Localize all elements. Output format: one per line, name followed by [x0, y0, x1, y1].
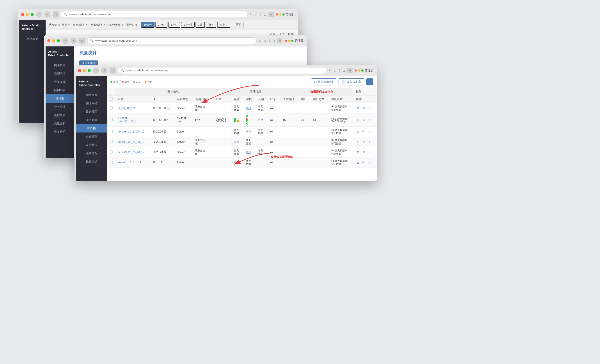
th-type[interactable]: 设备类型 [174, 95, 193, 103]
star-btn-1[interactable]: ☆ [255, 13, 258, 16]
sidebar-item-overview-1[interactable]: 网络概览 [19, 35, 46, 43]
copy-icon-r2[interactable]: ⊡ [356, 118, 361, 122]
sidebar-item-discovery-3[interactable]: 设备发现 [76, 108, 107, 116]
share-btn-2[interactable]: ⤴ [269, 39, 270, 43]
sidebar-item-business-3[interactable]: 业务管理 [76, 133, 107, 141]
copy-icon-r4[interactable]: ⊡ [356, 139, 361, 144]
sidebar-item-overview-2[interactable]: 网络概览 [46, 61, 74, 69]
address-bar-2[interactable]: 🔍 www.asteria fabric controller.com [87, 37, 257, 44]
maximize-btn-1[interactable] [31, 13, 34, 16]
th-status[interactable]: 状态 [268, 95, 280, 103]
row-checkbox-4[interactable] [110, 140, 113, 143]
firmware-btn[interactable]: 📄 设备版本库 [338, 78, 364, 85]
td-cb-1[interactable] [107, 103, 115, 113]
sidebar-item-monitor-2[interactable]: 监控警告 [46, 111, 74, 119]
td-cb-4[interactable] [107, 137, 115, 147]
row-checkbox-2[interactable] [110, 118, 113, 121]
sidebar-item-physical-3[interactable]: 物理网络 [76, 99, 107, 108]
close-btn-2[interactable] [47, 39, 50, 42]
time-3d[interactable]: 3天 [196, 22, 205, 28]
copy-icon-r1[interactable]: ⊡ [356, 106, 361, 111]
download-btn[interactable]: ↓ [366, 78, 374, 85]
sidebar-item-instances-3[interactable]: 实例列表 [76, 116, 107, 124]
new-tab-btn-2[interactable]: + [277, 38, 282, 43]
header-checkbox[interactable] [110, 98, 113, 100]
td-cb-3[interactable] [107, 127, 115, 137]
row-checkbox-3[interactable] [110, 130, 113, 133]
th-fan[interactable]: 风扇 [255, 95, 268, 103]
reload-btn-3[interactable]: ↻ [329, 69, 332, 72]
th-version[interactable]: 版本 [213, 95, 231, 103]
npb-tab[interactable]: NPB Fabric [79, 60, 98, 65]
time-all[interactable]: 所有 [206, 22, 216, 28]
address-bar-3[interactable]: 🔍 www.asteria fabric controller.com [118, 67, 327, 74]
maximize-btn-3[interactable] [88, 69, 91, 72]
reload-btn-1[interactable]: ↻ [250, 13, 253, 16]
copy-icon-r5[interactable]: ⊡ [356, 150, 361, 155]
share-btn-1[interactable]: ⤴ [260, 13, 262, 16]
sidebar-item-physical-2[interactable]: 物理网络 [46, 69, 74, 78]
show-columns-btn[interactable]: ⊡ 显示/隐藏列 [311, 78, 336, 85]
maximize-btn-2[interactable] [57, 39, 60, 42]
reset-btn[interactable]: 重置 [233, 22, 244, 28]
sidebar-item-topology-3[interactable]: 拓扑图 [76, 124, 107, 133]
upload-icon-r1[interactable]: ↑ [367, 106, 372, 111]
sidebar-item-topology-2[interactable]: 拓扑图 [46, 94, 74, 103]
td-cb-5[interactable] [107, 147, 115, 157]
sidebar-item-overview-3[interactable]: 网络概览 [76, 91, 107, 99]
sidebar-item-monitor-3[interactable]: 监控警告 [76, 141, 107, 149]
forward-btn-2[interactable]: › [71, 38, 77, 44]
minwin-btn-3[interactable]: ⊡ [343, 69, 345, 72]
th-temp[interactable]: 温度 [244, 95, 255, 103]
row-checkbox-1[interactable] [110, 106, 113, 109]
reload-btn-2[interactable]: ↻ [259, 39, 262, 43]
back-btn-1[interactable]: ‹ [36, 11, 42, 18]
upload-icon-r6[interactable]: ↑ [367, 160, 372, 165]
copy-icon-r6[interactable]: ⊡ [356, 160, 361, 165]
upload-icon-r5[interactable]: ↑ [367, 150, 372, 155]
type-btn[interactable]: 类型:所有 ▼ [91, 23, 106, 27]
back-btn-3[interactable]: ‹ [93, 67, 99, 73]
time-10min[interactable]: 10分钟 [141, 22, 154, 28]
level-btn[interactable]: 级别:所有 ▼ [73, 23, 88, 27]
star-btn-2[interactable]: ☆ [264, 39, 266, 43]
sidebar-item-traffic-2[interactable]: 流量分析 [46, 119, 74, 128]
row-checkbox-6[interactable] [110, 161, 113, 164]
star-btn-3[interactable]: ☆ [334, 69, 337, 72]
th-port[interactable]: 端口 [299, 95, 310, 103]
share-btn-3[interactable]: ⤴ [339, 69, 340, 72]
sidebar-item-maintenance-3[interactable]: 设备维护 [76, 157, 107, 166]
sidebar-item-instances-2[interactable]: 实例列表 [46, 86, 74, 94]
new-tab-btn-3[interactable]: + [347, 68, 353, 73]
th-total-ports[interactable]: 端口总数 [310, 95, 329, 103]
th-fabric[interactable]: 所属Fabric [193, 95, 214, 103]
view-icon-r6[interactable]: 👁 [362, 160, 366, 165]
view-icon-r2[interactable]: 👁 [362, 118, 366, 122]
minwin-btn-1[interactable]: ⊡ [264, 13, 266, 16]
time-1h[interactable]: 1小时 [155, 22, 168, 28]
sidebar-item-business-2[interactable]: 业务管理 [46, 103, 74, 111]
sidebar-item-traffic-3[interactable]: 流量分析 [76, 149, 107, 157]
minimize-btn-1[interactable] [26, 13, 29, 16]
th-active-ports[interactable]: 活跃端口 [280, 95, 299, 103]
alert-source-btn[interactable]: 告警来源:所有 ▼ [49, 23, 70, 27]
td-cb-2[interactable] [107, 113, 115, 127]
sidebar-item-discovery-2[interactable]: 设备发现 [46, 78, 74, 86]
back-btn-2[interactable]: ‹ [62, 38, 68, 44]
upload-icon-r3[interactable]: ↑ [367, 129, 372, 134]
forward-btn-1[interactable]: › [44, 11, 50, 18]
minwin-btn-2[interactable]: ⊡ [272, 39, 275, 43]
th-name[interactable]: 名称 [115, 95, 150, 103]
address-bar-1[interactable]: 🔍 www.asteria fabric controller.com [61, 11, 248, 18]
minimize-btn-2[interactable] [52, 39, 55, 42]
close-btn-3[interactable] [78, 69, 81, 72]
status-btn[interactable]: 状态:所有 ▼ [108, 23, 124, 27]
forward-btn-3[interactable]: › [101, 67, 107, 73]
upload-icon-r4[interactable]: ↑ [367, 139, 372, 144]
view-icon-r3[interactable]: 👁 [362, 129, 366, 134]
copy-icon-r3[interactable]: ⊡ [356, 129, 361, 134]
upload-icon-r2[interactable]: ↑ [367, 118, 372, 122]
td-cb-6[interactable] [107, 157, 115, 168]
close-btn-1[interactable] [21, 13, 24, 16]
view-icon-r4[interactable]: 👁 [362, 139, 366, 144]
